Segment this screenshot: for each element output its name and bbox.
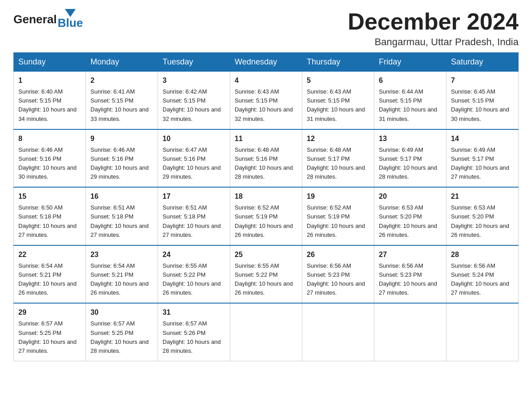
calendar-cell xyxy=(446,303,519,361)
calendar-cell: 15 Sunrise: 6:50 AMSunset: 5:18 PMDaylig… xyxy=(14,187,86,245)
week-row-4: 22 Sunrise: 6:54 AMSunset: 5:21 PMDaylig… xyxy=(14,245,519,304)
calendar-cell: 18 Sunrise: 6:52 AMSunset: 5:19 PMDaylig… xyxy=(230,187,302,245)
day-info: Sunrise: 6:49 AMSunset: 5:17 PMDaylight:… xyxy=(379,146,437,180)
day-number: 16 xyxy=(90,191,153,202)
calendar-cell: 29 Sunrise: 6:57 AMSunset: 5:25 PMDaylig… xyxy=(14,303,86,361)
calendar-cell: 13 Sunrise: 6:49 AMSunset: 5:17 PMDaylig… xyxy=(374,129,446,188)
day-info: Sunrise: 6:57 AMSunset: 5:25 PMDaylight:… xyxy=(90,320,149,354)
day-number: 20 xyxy=(379,191,442,202)
week-row-3: 15 Sunrise: 6:50 AMSunset: 5:18 PMDaylig… xyxy=(14,187,519,245)
calendar-cell: 2 Sunrise: 6:41 AMSunset: 5:15 PMDayligh… xyxy=(86,72,158,129)
day-number: 14 xyxy=(451,133,514,144)
day-number: 5 xyxy=(307,75,369,86)
logo-blue-part: Blue xyxy=(58,9,83,30)
day-info: Sunrise: 6:43 AMSunset: 5:15 PMDaylight:… xyxy=(307,88,365,122)
day-number: 15 xyxy=(18,191,81,202)
day-number: 23 xyxy=(90,249,153,260)
logo: General Blue xyxy=(13,9,83,30)
day-number: 19 xyxy=(307,191,369,202)
day-number: 27 xyxy=(379,249,442,260)
calendar-cell: 1 Sunrise: 6:40 AMSunset: 5:15 PMDayligh… xyxy=(14,72,86,129)
calendar-cell: 4 Sunrise: 6:43 AMSunset: 5:15 PMDayligh… xyxy=(230,72,302,129)
day-info: Sunrise: 6:40 AMSunset: 5:15 PMDaylight:… xyxy=(18,88,77,122)
calendar-cell: 19 Sunrise: 6:52 AMSunset: 5:19 PMDaylig… xyxy=(302,187,374,245)
calendar-cell xyxy=(302,303,374,361)
day-number: 2 xyxy=(90,75,153,86)
calendar-cell: 28 Sunrise: 6:56 AMSunset: 5:24 PMDaylig… xyxy=(446,245,519,304)
week-row-5: 29 Sunrise: 6:57 AMSunset: 5:25 PMDaylig… xyxy=(14,303,519,361)
day-info: Sunrise: 6:53 AMSunset: 5:20 PMDaylight:… xyxy=(379,204,437,238)
calendar-cell: 10 Sunrise: 6:47 AMSunset: 5:16 PMDaylig… xyxy=(158,129,230,188)
day-number: 7 xyxy=(451,75,514,86)
header-tuesday: Tuesday xyxy=(158,53,230,72)
day-info: Sunrise: 6:51 AMSunset: 5:18 PMDaylight:… xyxy=(163,204,221,238)
calendar-cell: 16 Sunrise: 6:51 AMSunset: 5:18 PMDaylig… xyxy=(86,187,158,245)
day-number: 22 xyxy=(18,249,81,260)
day-info: Sunrise: 6:57 AMSunset: 5:25 PMDaylight:… xyxy=(18,320,77,354)
calendar-cell: 20 Sunrise: 6:53 AMSunset: 5:20 PMDaylig… xyxy=(374,187,446,245)
calendar-cell: 23 Sunrise: 6:54 AMSunset: 5:21 PMDaylig… xyxy=(86,245,158,304)
calendar-cell: 9 Sunrise: 6:46 AMSunset: 5:16 PMDayligh… xyxy=(86,129,158,188)
day-number: 13 xyxy=(379,133,442,144)
header-row: Sunday Monday Tuesday Wednesday Thursday… xyxy=(14,53,519,72)
calendar-cell: 21 Sunrise: 6:53 AMSunset: 5:20 PMDaylig… xyxy=(446,187,519,245)
calendar-cell: 27 Sunrise: 6:56 AMSunset: 5:23 PMDaylig… xyxy=(374,245,446,304)
day-info: Sunrise: 6:41 AMSunset: 5:15 PMDaylight:… xyxy=(90,88,149,122)
day-number: 25 xyxy=(235,249,297,260)
calendar-cell: 30 Sunrise: 6:57 AMSunset: 5:25 PMDaylig… xyxy=(86,303,158,361)
day-number: 29 xyxy=(18,307,81,318)
calendar-cell: 11 Sunrise: 6:48 AMSunset: 5:16 PMDaylig… xyxy=(230,129,302,188)
header-sunday: Sunday xyxy=(14,53,86,72)
header-saturday: Saturday xyxy=(446,53,519,72)
day-info: Sunrise: 6:56 AMSunset: 5:23 PMDaylight:… xyxy=(307,262,365,296)
week-row-2: 8 Sunrise: 6:46 AMSunset: 5:16 PMDayligh… xyxy=(14,129,519,188)
day-number: 17 xyxy=(163,191,225,202)
day-info: Sunrise: 6:56 AMSunset: 5:23 PMDaylight:… xyxy=(379,262,437,296)
day-number: 31 xyxy=(163,307,225,318)
calendar-cell: 8 Sunrise: 6:46 AMSunset: 5:16 PMDayligh… xyxy=(14,129,86,188)
day-info: Sunrise: 6:46 AMSunset: 5:16 PMDaylight:… xyxy=(18,146,77,180)
day-info: Sunrise: 6:50 AMSunset: 5:18 PMDaylight:… xyxy=(18,204,77,238)
day-info: Sunrise: 6:54 AMSunset: 5:21 PMDaylight:… xyxy=(18,262,77,296)
calendar-cell xyxy=(230,303,302,361)
day-number: 26 xyxy=(307,249,369,260)
calendar-cell: 5 Sunrise: 6:43 AMSunset: 5:15 PMDayligh… xyxy=(302,72,374,129)
month-year-title: December 2024 xyxy=(348,9,519,34)
header-monday: Monday xyxy=(86,53,158,72)
day-number: 28 xyxy=(451,249,514,260)
logo-blue-text: Blue xyxy=(58,16,83,30)
calendar-cell: 12 Sunrise: 6:48 AMSunset: 5:17 PMDaylig… xyxy=(302,129,374,188)
day-info: Sunrise: 6:44 AMSunset: 5:15 PMDaylight:… xyxy=(379,88,437,122)
day-info: Sunrise: 6:47 AMSunset: 5:16 PMDaylight:… xyxy=(163,146,221,180)
day-info: Sunrise: 6:52 AMSunset: 5:19 PMDaylight:… xyxy=(307,204,365,238)
day-number: 10 xyxy=(163,133,225,144)
header-thursday: Thursday xyxy=(302,53,374,72)
logo-general-text: General xyxy=(13,13,57,26)
day-info: Sunrise: 6:55 AMSunset: 5:22 PMDaylight:… xyxy=(163,262,221,296)
header-wednesday: Wednesday xyxy=(230,53,302,72)
day-info: Sunrise: 6:51 AMSunset: 5:18 PMDaylight:… xyxy=(90,204,149,238)
day-info: Sunrise: 6:49 AMSunset: 5:17 PMDaylight:… xyxy=(451,146,509,180)
day-info: Sunrise: 6:45 AMSunset: 5:15 PMDaylight:… xyxy=(451,88,509,122)
day-info: Sunrise: 6:42 AMSunset: 5:15 PMDaylight:… xyxy=(163,88,221,122)
day-number: 3 xyxy=(163,75,225,86)
page-header: General Blue December 2024 Bangarmau, Ut… xyxy=(13,9,519,48)
calendar-cell: 14 Sunrise: 6:49 AMSunset: 5:17 PMDaylig… xyxy=(446,129,519,188)
calendar-cell xyxy=(374,303,446,361)
day-number: 18 xyxy=(235,191,297,202)
day-info: Sunrise: 6:43 AMSunset: 5:15 PMDaylight:… xyxy=(235,88,293,122)
day-info: Sunrise: 6:46 AMSunset: 5:16 PMDaylight:… xyxy=(90,146,149,180)
calendar-cell: 22 Sunrise: 6:54 AMSunset: 5:21 PMDaylig… xyxy=(14,245,86,304)
calendar-cell: 24 Sunrise: 6:55 AMSunset: 5:22 PMDaylig… xyxy=(158,245,230,304)
day-info: Sunrise: 6:55 AMSunset: 5:22 PMDaylight:… xyxy=(235,262,293,296)
calendar-cell: 31 Sunrise: 6:57 AMSunset: 5:26 PMDaylig… xyxy=(158,303,230,361)
day-number: 21 xyxy=(451,191,514,202)
calendar-cell: 26 Sunrise: 6:56 AMSunset: 5:23 PMDaylig… xyxy=(302,245,374,304)
day-info: Sunrise: 6:54 AMSunset: 5:21 PMDaylight:… xyxy=(90,262,149,296)
header-friday: Friday xyxy=(374,53,446,72)
day-info: Sunrise: 6:53 AMSunset: 5:20 PMDaylight:… xyxy=(451,204,509,238)
day-info: Sunrise: 6:48 AMSunset: 5:16 PMDaylight:… xyxy=(235,146,293,180)
week-row-1: 1 Sunrise: 6:40 AMSunset: 5:15 PMDayligh… xyxy=(14,72,519,129)
calendar-cell: 25 Sunrise: 6:55 AMSunset: 5:22 PMDaylig… xyxy=(230,245,302,304)
day-number: 1 xyxy=(18,75,81,86)
